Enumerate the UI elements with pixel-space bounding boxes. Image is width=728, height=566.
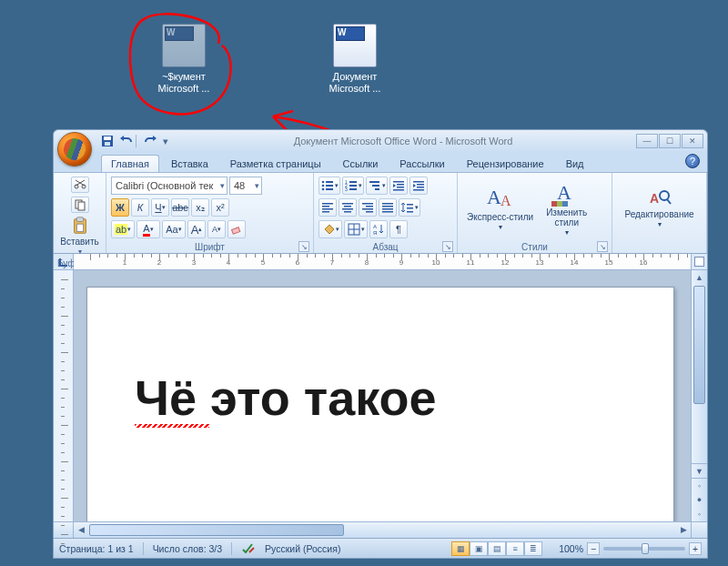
- shading-button[interactable]: ▾: [318, 220, 342, 238]
- status-page[interactable]: Страница: 1 из 1: [59, 543, 134, 554]
- zoom-knob[interactable]: [642, 543, 649, 554]
- zoom-slider[interactable]: [603, 547, 685, 551]
- indent-right-button[interactable]: [410, 177, 428, 195]
- svg-rect-21: [369, 181, 379, 183]
- document-viewport[interactable]: Чё это такое: [74, 270, 691, 521]
- italic-button[interactable]: К: [131, 198, 149, 217]
- qat-undo-button[interactable]: [117, 133, 134, 149]
- zoom-level[interactable]: 100%: [559, 543, 583, 554]
- line-spacing-button[interactable]: ▾: [399, 198, 420, 217]
- indent-left-button[interactable]: [389, 177, 408, 195]
- strike-button[interactable]: abc: [171, 198, 189, 217]
- view-print-layout[interactable]: ▦: [451, 541, 470, 556]
- font-family-combo[interactable]: Calibri (Основной тек: [111, 177, 228, 195]
- view-draft[interactable]: ≣: [524, 541, 542, 556]
- qat-redo-button[interactable]: [143, 133, 159, 149]
- svg-rect-46: [382, 208, 393, 210]
- document-text[interactable]: Чё это такое: [135, 369, 637, 426]
- multilevel-button[interactable]: ▾: [366, 177, 388, 195]
- desktop-icon-doc[interactable]: Документ Microsoft ...: [314, 24, 396, 95]
- multilevel-icon: [368, 178, 382, 193]
- svg-rect-42: [362, 208, 373, 210]
- tab-view[interactable]: Вид: [556, 155, 594, 172]
- minimize-button[interactable]: —: [636, 134, 658, 148]
- hscroll-thumb[interactable]: [89, 524, 344, 536]
- scroll-thumb[interactable]: [693, 286, 705, 404]
- qat-customize-button[interactable]: ▾: [161, 133, 170, 149]
- align-left-button[interactable]: [318, 198, 337, 217]
- prev-page-button[interactable]: ◦: [692, 478, 707, 492]
- next-page-button[interactable]: ◦: [692, 507, 707, 521]
- superscript-button[interactable]: x²: [211, 198, 229, 217]
- view-web-layout[interactable]: ▤: [488, 541, 506, 556]
- show-marks-button[interactable]: ¶: [389, 220, 408, 238]
- paste-button[interactable]: Вставить ▾: [55, 216, 104, 258]
- cut-button[interactable]: [71, 177, 89, 193]
- justify-button[interactable]: [379, 198, 397, 217]
- align-center-icon: [340, 200, 355, 215]
- font-color-button[interactable]: A▾: [136, 220, 160, 238]
- status-words[interactable]: Число слов: 3/3: [153, 543, 222, 554]
- zoom-out-button[interactable]: −: [587, 542, 600, 555]
- vertical-scrollbar[interactable]: ▲ ▼ ◦ ● ◦: [691, 270, 707, 521]
- numbering-button[interactable]: 123▾: [342, 177, 364, 195]
- view-ruler-toggle[interactable]: [694, 257, 704, 267]
- maximize-button[interactable]: ☐: [659, 134, 681, 148]
- zoom-in-button[interactable]: +: [689, 542, 702, 555]
- svg-rect-33: [322, 206, 329, 207]
- sort-button[interactable]: AЯ: [369, 220, 388, 238]
- align-center-button[interactable]: [339, 198, 357, 217]
- close-button[interactable]: ✕: [682, 134, 703, 148]
- font-dialog-launcher[interactable]: ↘: [298, 241, 309, 252]
- scroll-left-button[interactable]: ◀: [74, 522, 88, 537]
- quick-styles-button[interactable]: AA Экспресс-стили ▾: [461, 184, 539, 233]
- change-case-button[interactable]: Aa▾: [162, 220, 186, 238]
- desktop-icon-temp-doc[interactable]: ~$кумент Microsoft ...: [143, 24, 225, 95]
- tab-review[interactable]: Рецензирование: [457, 155, 554, 172]
- shrink-font-button[interactable]: A▾: [207, 220, 226, 238]
- sort-icon: AЯ: [371, 222, 386, 237]
- svg-rect-37: [344, 206, 351, 207]
- office-button[interactable]: [57, 132, 92, 167]
- scroll-right-button[interactable]: ▶: [676, 522, 691, 537]
- change-styles-button[interactable]: A Изменить стили ▾: [541, 179, 592, 238]
- tab-mailings[interactable]: Рассылки: [389, 155, 454, 172]
- editing-button[interactable]: A Редактирование ▾: [619, 187, 699, 230]
- tab-references[interactable]: Ссылки: [333, 155, 389, 172]
- help-button[interactable]: ?: [685, 154, 700, 168]
- grow-font-button[interactable]: A▴: [187, 220, 206, 238]
- tab-insert[interactable]: Вставка: [161, 155, 218, 172]
- tab-home[interactable]: Главная: [101, 155, 159, 172]
- view-outline[interactable]: ≡: [506, 541, 524, 556]
- underline-button[interactable]: Ч▾: [151, 198, 169, 217]
- zoom-controls: 100% − +: [559, 542, 702, 555]
- status-language[interactable]: Русский (Россия): [265, 543, 340, 554]
- horizontal-scrollbar[interactable]: ◀ ▶: [54, 521, 707, 538]
- bold-button[interactable]: Ж: [111, 198, 129, 217]
- qat-save-button[interactable]: [99, 133, 116, 149]
- font-size-combo[interactable]: 48: [229, 177, 262, 195]
- svg-point-9: [322, 181, 325, 184]
- copy-button[interactable]: [71, 197, 89, 213]
- clear-format-button[interactable]: [228, 220, 246, 238]
- change-styles-icon: A: [551, 181, 582, 207]
- svg-rect-41: [366, 206, 373, 207]
- svg-rect-7: [76, 224, 83, 231]
- subscript-button[interactable]: x₂: [191, 198, 209, 217]
- horizontal-ruler[interactable]: 12345678910111213141516: [74, 254, 691, 269]
- scroll-down-button[interactable]: ▼: [692, 463, 707, 478]
- borders-button[interactable]: ▾: [344, 220, 368, 238]
- copy-icon: [73, 197, 87, 212]
- tab-page-layout[interactable]: Разметка страницы: [220, 155, 331, 172]
- vertical-ruler[interactable]: [54, 270, 74, 521]
- group-In: ▾ 123▾ ▾ ▾ ▾ ▾ AЯ ¶: [314, 173, 458, 253]
- styles-dialog-launcher[interactable]: ↘: [597, 241, 608, 252]
- bullets-button[interactable]: ▾: [318, 177, 340, 195]
- proofing-icon[interactable]: [241, 542, 256, 555]
- scroll-up-button[interactable]: ▲: [692, 270, 707, 285]
- align-right-button[interactable]: [359, 198, 377, 217]
- highlight-button[interactable]: ab▾: [111, 220, 135, 238]
- paragraph-dialog-launcher[interactable]: ↘: [442, 241, 453, 252]
- view-full-screen[interactable]: ▣: [470, 541, 488, 556]
- browse-object-button[interactable]: ●: [692, 492, 707, 507]
